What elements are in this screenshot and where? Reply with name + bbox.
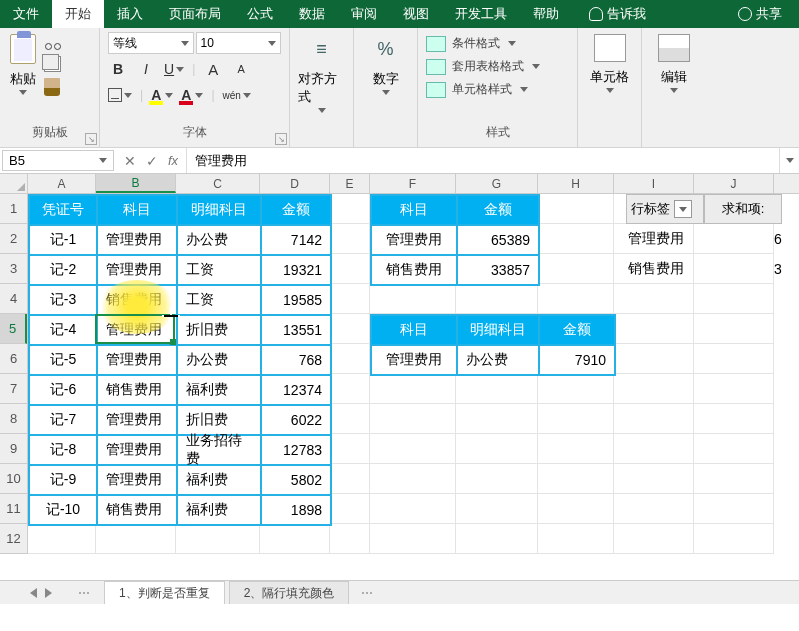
col-header[interactable]: B — [96, 174, 176, 193]
font-name-select[interactable]: 等线 — [108, 32, 194, 54]
tab-review[interactable]: 审阅 — [338, 0, 390, 28]
format-painter-button[interactable] — [44, 78, 60, 96]
edit-icon[interactable] — [658, 34, 690, 62]
row-header[interactable]: 9 — [0, 434, 27, 464]
col-header[interactable]: E — [330, 174, 370, 193]
table-cell[interactable]: 7142 — [261, 225, 331, 255]
fill-color-button[interactable]: A — [151, 84, 173, 106]
table-cell[interactable]: 记-4 — [29, 315, 97, 345]
col-header[interactable]: F — [370, 174, 456, 193]
table-cell[interactable]: 19585 — [261, 285, 331, 315]
table-cell[interactable]: 办公费 — [457, 345, 539, 375]
table-cell[interactable]: 办公费 — [177, 225, 261, 255]
font-color-button[interactable]: A — [181, 84, 203, 106]
tell-me[interactable]: 告诉我 — [576, 0, 659, 28]
tab-data[interactable]: 数据 — [286, 0, 338, 28]
table-cell[interactable]: 记-10 — [29, 495, 97, 525]
align-icon[interactable]: ≡ — [307, 34, 337, 64]
col-header[interactable]: D — [260, 174, 330, 193]
table-cell[interactable]: 销售费用 — [97, 495, 177, 525]
pivot-item[interactable]: 销售费用 — [628, 254, 684, 284]
tab-file[interactable]: 文件 — [0, 0, 52, 28]
cut-button[interactable] — [44, 34, 62, 50]
conditional-format-button[interactable]: 条件格式 — [426, 35, 569, 52]
table-cell[interactable]: 折旧费 — [177, 315, 261, 345]
table-cell[interactable]: 33857 — [457, 255, 539, 285]
table-cell[interactable]: 记-6 — [29, 375, 97, 405]
table-cell[interactable]: 管理费用 — [97, 405, 177, 435]
dialog-launcher-icon[interactable]: ↘ — [275, 133, 287, 145]
row-header[interactable]: 3 — [0, 254, 27, 284]
row-header[interactable]: 5 — [0, 314, 27, 344]
table-cell[interactable]: 工资 — [177, 285, 261, 315]
table-cell[interactable]: 5802 — [261, 465, 331, 495]
col-header[interactable]: J — [694, 174, 774, 193]
cell-grid[interactable]: 凭证号科目明细科目金额记-1管理费用办公费7142记-2管理费用工资19321记… — [28, 194, 799, 604]
table-cell[interactable]: 管理费用 — [97, 345, 177, 375]
borders-button[interactable] — [108, 84, 132, 106]
table-cell[interactable]: 折旧费 — [177, 405, 261, 435]
tab-scroll-icon[interactable]: ⋯ — [78, 586, 92, 600]
table-cell[interactable]: 福利费 — [177, 465, 261, 495]
table-cell[interactable]: 6022 — [261, 405, 331, 435]
pivot-row-label[interactable]: 行标签 — [626, 194, 704, 224]
table-cell[interactable]: 业务招待费 — [177, 435, 261, 465]
row-header[interactable]: 4 — [0, 284, 27, 314]
table-cell[interactable]: 管理费用 — [97, 435, 177, 465]
copy-button[interactable] — [44, 56, 61, 72]
italic-button[interactable]: I — [136, 58, 156, 80]
sheet-tab[interactable]: 1、判断是否重复 — [104, 581, 225, 605]
row-header[interactable]: 7 — [0, 374, 27, 404]
column-headers[interactable]: ABCDEFGHIJ — [28, 174, 799, 194]
pivot-item[interactable]: 管理费用 — [628, 224, 684, 254]
table-cell[interactable]: 19321 — [261, 255, 331, 285]
tab-insert[interactable]: 插入 — [104, 0, 156, 28]
table-cell[interactable]: 65389 — [457, 225, 539, 255]
tab-nav-left[interactable] — [30, 588, 37, 598]
tab-nav-right[interactable] — [45, 588, 52, 598]
col-header[interactable]: C — [176, 174, 260, 193]
row-headers[interactable]: 123456789101112 — [0, 194, 28, 554]
table-cell[interactable]: 销售费用 — [97, 375, 177, 405]
cell-style-button[interactable]: 单元格样式 — [426, 81, 569, 98]
cancel-icon[interactable]: ✕ — [124, 153, 136, 169]
table-cell[interactable]: 记-1 — [29, 225, 97, 255]
tab-scroll-icon[interactable]: ⋯ — [361, 586, 375, 600]
phonetic-button[interactable]: wén — [223, 84, 251, 106]
col-header[interactable]: G — [456, 174, 538, 193]
table-cell[interactable]: 管理费用 — [97, 255, 177, 285]
bold-button[interactable]: B — [108, 58, 128, 80]
row-header[interactable]: 10 — [0, 464, 27, 494]
underline-button[interactable]: U — [164, 58, 184, 80]
formula-input[interactable]: 管理费用 — [187, 148, 779, 173]
table-cell[interactable]: 管理费用 — [371, 225, 457, 255]
tab-help[interactable]: 帮助 — [520, 0, 572, 28]
table-cell[interactable]: 管理费用 — [97, 315, 177, 345]
tab-formula[interactable]: 公式 — [234, 0, 286, 28]
col-header[interactable]: A — [28, 174, 96, 193]
table-cell[interactable]: 销售费用 — [371, 255, 457, 285]
font-size-select[interactable]: 10 — [196, 32, 282, 54]
table-cell[interactable]: 记-9 — [29, 465, 97, 495]
tab-home[interactable]: 开始 — [52, 0, 104, 28]
name-box[interactable]: B5 — [2, 150, 114, 171]
table-cell[interactable]: 管理费用 — [97, 465, 177, 495]
shrink-font-button[interactable]: A — [231, 58, 251, 80]
expand-formula-bar[interactable] — [779, 148, 799, 173]
col-header[interactable]: I — [614, 174, 694, 193]
percent-icon[interactable]: % — [371, 34, 401, 64]
row-header[interactable]: 8 — [0, 404, 27, 434]
row-header[interactable]: 11 — [0, 494, 27, 524]
row-header[interactable]: 1 — [0, 194, 27, 224]
paste-button[interactable]: 粘贴 — [8, 32, 38, 97]
tab-layout[interactable]: 页面布局 — [156, 0, 234, 28]
table-cell[interactable]: 1898 — [261, 495, 331, 525]
table-cell[interactable]: 管理费用 — [371, 345, 457, 375]
table-cell[interactable]: 768 — [261, 345, 331, 375]
table-format-button[interactable]: 套用表格格式 — [426, 58, 569, 75]
grow-font-button[interactable]: A — [203, 58, 223, 80]
tab-dev[interactable]: 开发工具 — [442, 0, 520, 28]
table-cell[interactable]: 办公费 — [177, 345, 261, 375]
select-all-button[interactable] — [0, 174, 28, 194]
table-cell[interactable]: 工资 — [177, 255, 261, 285]
